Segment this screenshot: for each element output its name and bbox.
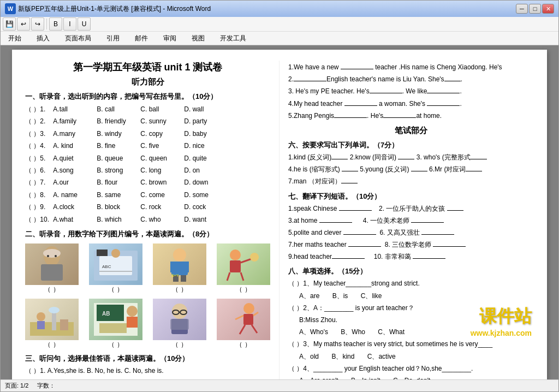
menu-mail[interactable]: 邮件 bbox=[132, 33, 151, 44]
image-4 bbox=[217, 243, 270, 285]
svg-point-11 bbox=[173, 248, 186, 262]
image-1-paren: （ ） bbox=[44, 285, 59, 294]
images-row-1: （ ） ABC bbox=[25, 243, 270, 294]
image-3-paren: （ ） bbox=[172, 285, 187, 294]
question-5: （ ） 5. A.quiet B. queue C. queen D. quit… bbox=[25, 153, 270, 164]
svg-text:ABC: ABC bbox=[102, 264, 111, 269]
word-icon: W bbox=[5, 3, 16, 14]
svg-line-46 bbox=[240, 325, 245, 334]
title-bar: W 新版PEP五年级上册Unit-1-单元测试卷 [兼容模式] - Micros… bbox=[1, 1, 558, 17]
question-3: （ ） 3. A.many B. windy C. copy D. baby bbox=[25, 128, 270, 139]
redo-button[interactable]: ↪ bbox=[31, 17, 44, 31]
svg-point-28 bbox=[49, 307, 60, 313]
svg-rect-41 bbox=[170, 319, 189, 330]
status-bar: 页面: 1/2 字数： bbox=[1, 379, 558, 391]
menu-review[interactable]: 审阅 bbox=[160, 33, 180, 44]
svg-rect-8 bbox=[97, 250, 108, 256]
document-viewport[interactable]: 第一学期五年级英语 unit 1 测试卷 听力部分 一、听录音，选出听到的内容，… bbox=[1, 45, 558, 379]
writing-title: 笔试部分 bbox=[288, 126, 534, 136]
document-title: 第一学期五年级英语 unit 1 测试卷 bbox=[25, 61, 270, 74]
right-line-3: 3. He's my PE teacher. He's. We like. bbox=[288, 86, 534, 97]
image-col-8: （ ） bbox=[217, 299, 270, 349]
image-col-5: （ ） bbox=[25, 299, 79, 349]
image-6-paren: （ ） bbox=[108, 340, 123, 349]
svg-point-25 bbox=[37, 312, 45, 321]
menu-insert[interactable]: 插入 bbox=[33, 33, 53, 44]
sec6-line1: 1.kind (反义词) 2.know (同音词) 3. who's (完整形式 bbox=[288, 152, 534, 163]
document-page: 第一学期五年级英语 unit 1 测试卷 听力部分 一、听录音，选出听到的内容，… bbox=[12, 50, 547, 379]
images-row-2: （ ） AB bbox=[25, 299, 270, 349]
menu-view[interactable]: 视图 bbox=[188, 33, 208, 44]
svg-rect-43 bbox=[243, 314, 253, 325]
image-col-2: ABC （ ） bbox=[89, 243, 142, 294]
toolbar-separator bbox=[46, 19, 47, 29]
image-col-4: （ ） bbox=[217, 243, 270, 294]
sec8-q3-choices: A、old B、kind C、active bbox=[288, 352, 534, 362]
svg-point-42 bbox=[243, 303, 254, 314]
sec6-line3: 7.man （对应词） bbox=[288, 176, 534, 187]
sec7-line4: 7.her maths teacher 8. 三位数学老师 bbox=[288, 240, 534, 250]
svg-line-44 bbox=[235, 316, 243, 319]
svg-point-18 bbox=[230, 250, 241, 260]
italic-button[interactable]: I bbox=[63, 17, 76, 31]
maximize-button[interactable]: □ bbox=[529, 4, 541, 14]
image-8 bbox=[217, 299, 270, 340]
svg-point-3 bbox=[47, 255, 49, 257]
left-column: 第一学期五年级英语 unit 1 测试卷 听力部分 一、听录音，选出听到的内容，… bbox=[25, 61, 280, 379]
svg-rect-35 bbox=[99, 323, 127, 333]
toolbar-row: 💾 ↩ ↪ B I U bbox=[1, 17, 558, 32]
sec8-q2: （ ）2、A：________ is your art teacher？ bbox=[288, 303, 534, 313]
question-10: （ ） 10. A.what B. which C. who D. want bbox=[25, 214, 270, 225]
underline-button[interactable]: U bbox=[78, 17, 91, 31]
svg-rect-1 bbox=[41, 264, 63, 281]
page-indicator: 页面: 1/2 bbox=[5, 382, 28, 390]
svg-text:AB: AB bbox=[102, 311, 110, 317]
save-button[interactable]: 💾 bbox=[3, 17, 16, 31]
right-line-4: 4.My head teacher a woman. She's . bbox=[288, 99, 534, 109]
question-2: （ ） 2. A.family B. friendly C. sunny D. … bbox=[25, 116, 270, 127]
image-2-paren: （ ） bbox=[108, 285, 123, 294]
image-5-paren: （ ） bbox=[44, 340, 59, 349]
image-7 bbox=[153, 299, 206, 340]
sec8-q4: （ ）4、________ your English teacher old？N… bbox=[288, 364, 534, 374]
menu-start[interactable]: 开始 bbox=[5, 33, 25, 44]
sec7-line3: 5.polite and clever 6. 又高又强壮 bbox=[288, 228, 534, 238]
section7-header: 七、翻译下列短语。（10分） bbox=[288, 192, 534, 201]
image-col-3: S+Y （ ） bbox=[153, 243, 206, 294]
svg-rect-31 bbox=[97, 305, 124, 321]
window-controls[interactable]: ─ □ ✕ bbox=[516, 4, 554, 14]
svg-line-20 bbox=[241, 259, 252, 263]
section1-header: 一、听录音，选出听到的内容，把编号写在括号里。（10分） bbox=[25, 92, 270, 102]
menu-row: 开始 插入 页面布局 引用 邮件 审阅 视图 开发工具 bbox=[1, 32, 558, 45]
menu-dev[interactable]: 开发工具 bbox=[217, 33, 249, 44]
sec7-line2: 3.at home 4. 一位美术老师 bbox=[288, 216, 534, 226]
svg-line-23 bbox=[241, 272, 243, 281]
menu-layout[interactable]: 页面布局 bbox=[62, 33, 94, 44]
right-line-2: 2.English teacher's name is Liu Yan. She… bbox=[288, 74, 534, 85]
section6-header: 六、按要求写出下列单词。（7分） bbox=[288, 140, 534, 150]
title-bar-left: W 新版PEP五年级上册Unit-1-单元测试卷 [兼容模式] - Micros… bbox=[5, 3, 211, 14]
svg-text:S+Y: S+Y bbox=[171, 274, 179, 277]
title-text: 新版PEP五年级上册Unit-1-单元测试卷 [兼容模式] - Microsof… bbox=[18, 4, 211, 14]
minimize-button[interactable]: ─ bbox=[516, 4, 528, 14]
question-8: （ ） 8. A. name B. same C. come D. some bbox=[25, 189, 270, 200]
section2-header: 二、听录音，用数字给下列图片编号，本题读两遍。（8分） bbox=[25, 229, 270, 239]
svg-line-45 bbox=[253, 312, 258, 316]
sec8-q2b: B:Miss Zhou. bbox=[288, 315, 534, 325]
image-3: S+Y bbox=[153, 243, 206, 285]
image-4-paren: （ ） bbox=[236, 285, 251, 294]
section8-header: 八、单项选择。（15分） bbox=[288, 266, 534, 276]
question-7: （ ） 7. A.our B. flour C. brown D. down bbox=[25, 177, 270, 188]
sec8-q1-choices: A、are B、is C、like bbox=[288, 291, 534, 301]
section3-header: 三、听问句，选择最佳答语，本题读两遍。（10分） bbox=[25, 354, 270, 364]
question-9: （ ） 9. A.clock B. block C. rock D. cock bbox=[25, 201, 270, 212]
svg-rect-19 bbox=[230, 260, 241, 272]
image-col-6: AB （ ） bbox=[89, 299, 142, 349]
svg-rect-26 bbox=[37, 321, 45, 329]
section3-q1: （ ）1. A.Yes,she is. B. No, he is. C. No,… bbox=[25, 366, 270, 376]
close-button[interactable]: ✕ bbox=[542, 4, 554, 14]
menu-ref[interactable]: 引用 bbox=[103, 33, 123, 44]
bold-button[interactable]: B bbox=[49, 17, 62, 31]
undo-button[interactable]: ↩ bbox=[17, 17, 30, 31]
svg-point-4 bbox=[55, 255, 57, 257]
